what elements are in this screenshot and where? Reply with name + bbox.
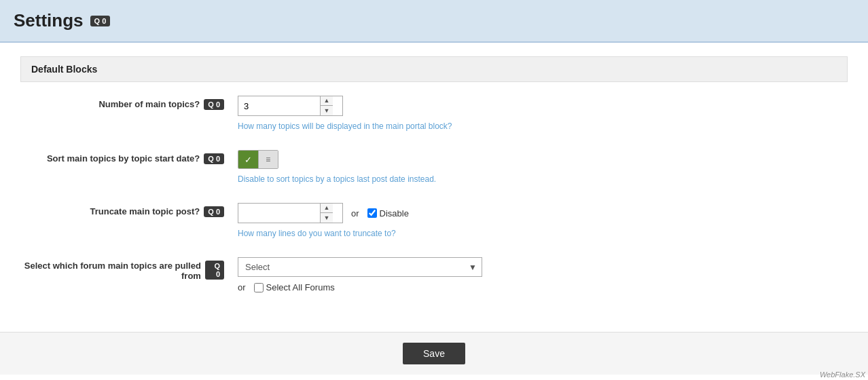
forum-select-row: Select which forum main topics are pulle… — [20, 257, 848, 292]
forum-select-all-row: or Select All Forums — [238, 282, 848, 292]
sort-topics-badge: Q 0 — [204, 153, 224, 164]
section-header: Default Blocks — [20, 56, 848, 82]
forum-select-label: Select which forum main topics are pulle… — [20, 257, 238, 281]
truncate-spinner: ▲ ▼ — [320, 204, 333, 223]
sort-topics-hint: Disable to sort topics by a topics last … — [238, 174, 848, 184]
num-topics-spinner: ▲ ▼ — [320, 96, 333, 115]
truncate-badge: Q 0 — [204, 206, 224, 217]
truncate-or-label: or — [351, 208, 359, 218]
truncate-label: Truncate main topic post? Q 0 — [20, 203, 238, 217]
sort-topics-label-text: Sort main topics by topic start date? — [47, 153, 200, 164]
content-area: Default Blocks Number of main topics? Q … — [0, 43, 868, 325]
header-badge: Q 0 — [90, 16, 111, 26]
select-all-forums-label[interactable]: Select All Forums — [254, 282, 335, 292]
truncate-hint: How many lines do you want to truncate t… — [238, 229, 848, 238]
select-all-forums-checkbox[interactable] — [254, 283, 264, 292]
watermark: WebFlake.SX — [820, 370, 865, 375]
num-topics-control: ▲ ▼ How many topics will be displayed in… — [238, 96, 848, 131]
sort-topics-control: ✓ ≡ Disable to sort topics by a topics l… — [238, 150, 848, 184]
forum-or-label: or — [238, 282, 246, 292]
num-topics-row: Number of main topics? Q 0 ▲ ▼ How many … — [20, 96, 848, 131]
sort-topics-toggle-row: ✓ ≡ — [238, 150, 848, 169]
truncate-input-wrapper: ▲ ▼ — [238, 203, 343, 223]
forum-select-badge: Q 0 — [205, 261, 224, 280]
header: Settings Q 0 — [0, 0, 868, 43]
num-topics-spin-down[interactable]: ▼ — [321, 106, 333, 115]
truncate-label-text: Truncate main topic post? — [90, 206, 200, 216]
truncate-disable-checkbox[interactable] — [367, 208, 377, 218]
toggle-on-icon[interactable]: ✓ — [238, 151, 258, 168]
toggle-off-icon[interactable]: ≡ — [258, 151, 278, 168]
sort-topics-toggle[interactable]: ✓ ≡ — [238, 150, 278, 169]
num-topics-hint: How many topics will be displayed in the… — [238, 121, 848, 131]
save-button[interactable]: Save — [403, 343, 465, 364]
forum-select-input-row: Select ▼ — [238, 257, 848, 277]
forum-select-wrapper: Select ▼ — [238, 257, 482, 277]
truncate-disable-text: Disable — [380, 208, 409, 218]
truncate-disable-label[interactable]: Disable — [367, 208, 409, 218]
footer-bar: Save — [0, 332, 868, 375]
num-topics-label: Number of main topics? Q 0 — [20, 96, 238, 110]
truncate-row: Truncate main topic post? Q 0 ▲ ▼ or Dis… — [20, 203, 848, 238]
num-topics-input-wrapper: ▲ ▼ — [238, 96, 343, 116]
truncate-spin-down[interactable]: ▼ — [321, 213, 333, 223]
forum-select-dropdown[interactable]: Select — [238, 257, 482, 277]
num-topics-spin-up[interactable]: ▲ — [321, 96, 333, 106]
select-all-forums-text: Select All Forums — [266, 282, 335, 292]
section-title: Default Blocks — [31, 64, 97, 75]
num-topics-input[interactable] — [238, 96, 320, 115]
truncate-control: ▲ ▼ or Disable How many lines do you wan… — [238, 203, 848, 238]
num-topics-badge: Q 0 — [204, 99, 224, 110]
page-title: Settings — [14, 10, 84, 31]
truncate-input-row: ▲ ▼ or Disable — [238, 203, 848, 223]
forum-select-control: Select ▼ or Select All Forums — [238, 257, 848, 292]
sort-topics-row: Sort main topics by topic start date? Q … — [20, 150, 848, 184]
truncate-spin-up[interactable]: ▲ — [321, 204, 333, 213]
sort-topics-label: Sort main topics by topic start date? Q … — [20, 150, 238, 164]
truncate-input[interactable] — [238, 204, 320, 223]
num-topics-input-row: ▲ ▼ — [238, 96, 848, 116]
forum-select-label-text: Select which forum main topics are pulle… — [20, 261, 201, 281]
num-topics-label-text: Number of main topics? — [98, 99, 200, 109]
